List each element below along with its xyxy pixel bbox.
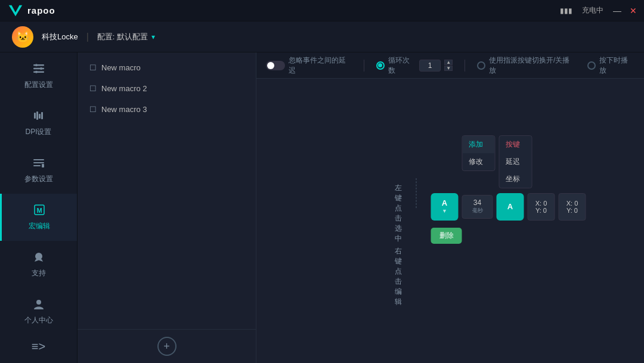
- loop-count-radio[interactable]: [376, 61, 385, 70]
- macro-file-icon: ☐: [89, 84, 97, 93]
- svg-point-2: [35, 64, 38, 66]
- y2-label: Y: 0: [566, 207, 578, 214]
- svg-rect-10: [41, 112, 43, 119]
- header: 🐱 科技Locke | 配置: 默认配置 ▾: [0, 21, 644, 52]
- right-context-menu: 按键 延迟 坐标: [499, 135, 532, 188]
- svg-rect-7: [34, 113, 36, 119]
- titlebar-controls: — ✕: [613, 6, 637, 15]
- key-a-label: A: [442, 198, 447, 208]
- canvas-content: 左键点击选中 右键点击编辑 添加 修改: [392, 135, 586, 307]
- avatar: 🐱: [12, 26, 33, 48]
- params-icon: [32, 156, 45, 171]
- chevron-down-icon: ▾: [151, 33, 155, 41]
- add-macro-button[interactable]: +: [157, 337, 177, 356]
- ignore-delay-label: 忽略事件之间的延迟: [289, 55, 352, 76]
- collapse-icon: ≡>: [32, 340, 45, 353]
- macro-item-label: New macro 2: [101, 84, 147, 93]
- titlebar: rapoo ▮▮▮ 充电中 — ✕: [0, 0, 644, 21]
- svg-point-17: [35, 253, 42, 260]
- svg-point-4: [40, 67, 42, 70]
- macro-item-2[interactable]: ☐ New macro 2: [78, 78, 256, 99]
- use-key-toggle-item[interactable]: 使用指派按键切换开/关播放: [477, 55, 575, 76]
- svg-rect-8: [36, 111, 38, 120]
- key-node-a1[interactable]: A ▼: [431, 193, 459, 221]
- down-arrow: ▼: [442, 208, 447, 215]
- editor-panel: 忽略事件之间的延迟 循环次数 ▲ ▼ 使用指派按键切换开/关播放 按下时播放: [256, 52, 644, 363]
- delay-menu-item[interactable]: 延迟: [500, 153, 532, 170]
- user-name: 科技Locke: [42, 32, 78, 42]
- editor-toolbar: 忽略事件之间的延迟 循环次数 ▲ ▼ 使用指派按键切换开/关播放 按下时播放: [256, 52, 644, 79]
- delete-button[interactable]: 删除: [431, 228, 462, 244]
- key-a2-label: A: [507, 202, 513, 212]
- x1-label: X: 0: [535, 200, 547, 207]
- key-menu-item[interactable]: 按键: [500, 136, 532, 153]
- sidebar-item-params[interactable]: 参数设置: [0, 147, 77, 194]
- sidebar-item-label: 支持: [32, 268, 46, 278]
- sidebar-item-macro[interactable]: M 宏编辑: [0, 194, 77, 241]
- close-button[interactable]: ✕: [630, 6, 637, 15]
- config-selector[interactable]: 配置: 默认配置 ▾: [97, 32, 155, 42]
- sidebar-item-label: 参数设置: [24, 174, 53, 184]
- config-icon: [32, 62, 45, 77]
- sidebar: 配置设置 DPI设置 参数设置: [0, 52, 78, 363]
- macro-file-icon: ☐: [89, 63, 97, 72]
- main-layout: 配置设置 DPI设置 参数设置: [0, 52, 644, 363]
- hint-line1: 左键点击选中: [392, 183, 402, 244]
- sidebar-item-label: 个人中心: [24, 315, 53, 325]
- hint-line2: 右键点击编辑: [392, 246, 402, 307]
- macro-item-label: New macro 3: [101, 105, 147, 114]
- dpi-icon: [32, 109, 45, 124]
- context-menu-area: 添加 修改 按键 延迟 坐标: [462, 135, 532, 188]
- time-unit: 毫秒: [472, 207, 483, 215]
- brand-name: rapoo: [27, 5, 55, 15]
- stepper-down-button[interactable]: ▼: [444, 66, 453, 71]
- svg-rect-12: [33, 162, 44, 163]
- xy-node-1: X: 0 Y: 0: [528, 193, 555, 221]
- key-node-a2[interactable]: A: [497, 193, 524, 221]
- toolbar-divider-2: [465, 60, 465, 72]
- left-context-menu: 添加 修改: [462, 135, 496, 171]
- time-value: 34: [473, 198, 481, 207]
- profile-icon: [32, 297, 45, 312]
- sidebar-item-dpi[interactable]: DPI设置: [0, 100, 77, 147]
- macro-item-label: New macro: [101, 63, 141, 72]
- editor-canvas: 左键点击选中 右键点击编辑 添加 修改: [256, 79, 644, 363]
- sidebar-item-config[interactable]: 配置设置: [0, 52, 77, 100]
- coord-menu-item[interactable]: 坐标: [500, 170, 532, 188]
- svg-rect-14: [42, 164, 44, 167]
- titlebar-left: rapoo: [7, 2, 55, 19]
- logo: rapoo: [7, 2, 55, 19]
- svg-marker-0: [9, 5, 22, 16]
- battery-icon: ▮▮▮: [560, 7, 572, 15]
- macro-list-footer: +: [78, 329, 256, 363]
- sidebar-item-support[interactable]: 支持: [0, 241, 77, 288]
- press-play-item[interactable]: 按下时播放: [587, 55, 634, 76]
- toggle-switch[interactable]: [266, 61, 285, 70]
- connector-line: [416, 135, 417, 208]
- time-node: 34 毫秒: [462, 195, 493, 219]
- macro-panel: ☐ New macro ☐ New macro 2 ☐ New macro 3 …: [78, 52, 256, 363]
- macro-list: ☐ New macro ☐ New macro 2 ☐ New macro 3: [78, 52, 256, 329]
- logo-icon: [7, 2, 24, 19]
- loop-count-input[interactable]: [419, 60, 441, 72]
- header-divider: |: [86, 32, 89, 42]
- minimize-button[interactable]: —: [613, 6, 621, 15]
- sidebar-item-profile[interactable]: 个人中心: [0, 288, 77, 335]
- xy-node-2: X: 0 Y: 0: [559, 193, 586, 221]
- modify-menu-item[interactable]: 修改: [463, 153, 495, 170]
- macro-item-3[interactable]: ☐ New macro 3: [78, 99, 256, 120]
- x2-label: X: 0: [566, 200, 578, 207]
- stepper-up-button[interactable]: ▲: [444, 60, 453, 65]
- collapse-button[interactable]: ≡>: [0, 340, 77, 353]
- node-row: A ▼ 34 毫秒 A: [431, 193, 586, 221]
- macro-file-icon: ☐: [89, 105, 97, 114]
- add-menu-item[interactable]: 添加: [463, 136, 495, 153]
- svg-rect-11: [33, 159, 44, 160]
- macro-item-1[interactable]: ☐ New macro: [78, 57, 256, 78]
- ignore-delay-toggle[interactable]: 忽略事件之间的延迟: [266, 55, 352, 76]
- y1-label: Y: 0: [535, 207, 547, 214]
- loop-stepper: ▲ ▼: [444, 60, 453, 71]
- svg-rect-5: [33, 72, 44, 73]
- use-key-radio[interactable]: [477, 61, 485, 70]
- press-play-radio[interactable]: [587, 61, 596, 70]
